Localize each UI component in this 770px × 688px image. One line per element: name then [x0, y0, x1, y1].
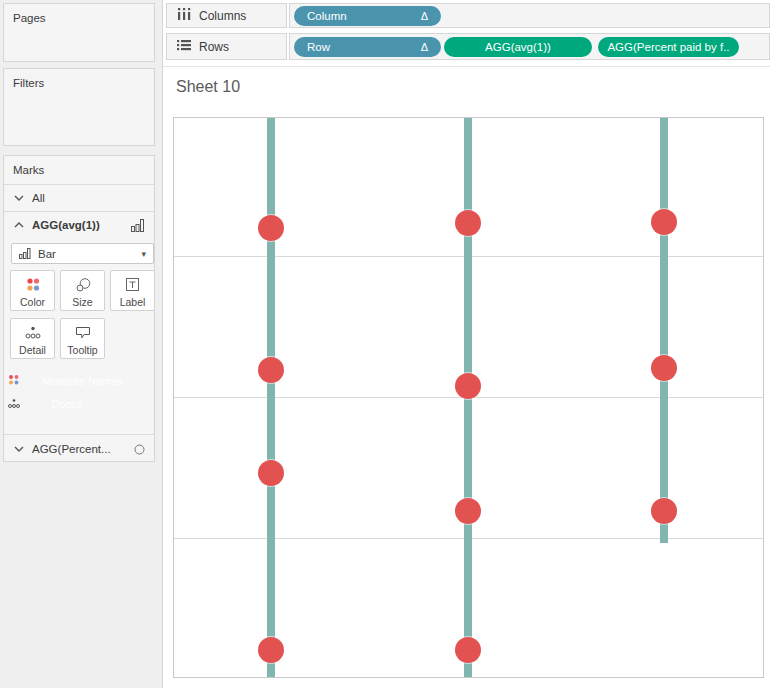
filters-shelf[interactable]: Filters: [3, 68, 155, 146]
pill-row[interactable]: Row Δ: [294, 37, 441, 57]
circle-mark[interactable]: [651, 209, 677, 235]
divider: [4, 434, 154, 435]
label-button[interactable]: Label: [110, 270, 155, 311]
pill-doctor-label: Doctor: [51, 398, 83, 410]
label-button-label: Label: [120, 296, 146, 308]
size-button[interactable]: Size: [60, 270, 105, 311]
bar-mark[interactable]: [267, 118, 275, 677]
circle-mark[interactable]: [455, 637, 481, 663]
pill-column[interactable]: Column Δ: [294, 6, 441, 26]
filters-shelf-title: Filters: [4, 69, 154, 89]
rows-shelf-text: Rows: [199, 40, 229, 54]
detail-button-label: Detail: [19, 344, 46, 356]
pill-measure-names-label: Measure Names: [42, 375, 123, 387]
rows-shelf[interactable]: Row Δ AGG(avg(1)) AGG(Percent paid by f.…: [289, 33, 770, 60]
circle-mark[interactable]: [258, 460, 284, 486]
pill-measure-names[interactable]: Measure Names: [21, 371, 144, 390]
bar-chart-icon: [19, 248, 31, 259]
circle-mark[interactable]: [258, 357, 284, 383]
circle-mark[interactable]: [258, 637, 284, 663]
table-calc-delta-icon: Δ: [421, 41, 428, 53]
chevron-down-icon: [14, 446, 24, 452]
circle-mark[interactable]: [455, 498, 481, 524]
circle-mark-icon: [134, 444, 145, 455]
pill-agg-avg[interactable]: AGG(avg(1)): [444, 37, 592, 57]
circle-mark[interactable]: [651, 498, 677, 524]
size-button-label: Size: [72, 296, 92, 308]
columns-shelf-text: Columns: [199, 9, 246, 23]
marks-card-agg-avg[interactable]: AGG(avg(1)): [4, 212, 154, 238]
rows-icon: [177, 39, 191, 54]
circle-mark[interactable]: [651, 355, 677, 381]
detail-icon: [8, 398, 20, 409]
pill-agg-percent[interactable]: AGG(Percent paid by f..: [598, 37, 739, 57]
rows-shelf-label: Rows: [166, 33, 287, 60]
bar-chart-icon: [131, 219, 145, 232]
columns-shelf[interactable]: Column Δ: [289, 3, 770, 28]
columns-icon: [177, 8, 191, 23]
marks-card-agg-avg-label: AGG(avg(1)): [32, 219, 100, 231]
tooltip-button-label: Tooltip: [67, 344, 97, 356]
pill-row-label: Row: [307, 41, 330, 53]
circle-mark[interactable]: [258, 215, 284, 241]
divider: [163, 66, 770, 67]
marks-card-all-label: All: [32, 192, 45, 204]
mark-type-value: Bar: [38, 248, 141, 260]
marks-card-all[interactable]: All: [4, 185, 154, 211]
color-button-label: Color: [20, 296, 45, 308]
color-button[interactable]: Color: [10, 270, 55, 311]
columns-shelf-label: Columns: [166, 3, 287, 28]
detail-icon: [25, 325, 41, 344]
circle-mark[interactable]: [455, 210, 481, 236]
marks-panel-title: Marks: [4, 156, 154, 176]
marks-panel: Marks All AGG(avg(1)): [3, 155, 155, 462]
plot-area[interactable]: [173, 117, 764, 678]
pill-column-label: Column: [307, 10, 347, 22]
color-icon: [25, 277, 41, 296]
sheet-title: Sheet 10: [176, 78, 240, 96]
tooltip-button[interactable]: Tooltip: [60, 318, 105, 359]
sidebar: Pages Filters Marks All AGG(avg(1)): [0, 0, 163, 688]
text-label-icon: [125, 277, 140, 296]
marks-card-agg-percent-label: AGG(Percent...: [32, 443, 111, 455]
chevron-down-icon[interactable]: ▾: [141, 249, 146, 259]
mark-type-dropdown[interactable]: Bar ▾: [11, 243, 154, 264]
tooltip-icon: [75, 325, 91, 344]
size-icon: [75, 277, 91, 296]
detail-button[interactable]: Detail: [10, 318, 55, 359]
circle-mark[interactable]: [455, 373, 481, 399]
chevron-down-icon: [14, 195, 24, 201]
bar-mark[interactable]: [660, 118, 668, 543]
pill-doctor[interactable]: Doctor: [21, 394, 114, 413]
marks-card-agg-percent[interactable]: AGG(Percent...: [4, 436, 154, 462]
chevron-up-icon: [14, 222, 24, 228]
pages-shelf-title: Pages: [4, 4, 154, 24]
tableau-window: Pages Filters Marks All AGG(avg(1)): [0, 0, 770, 688]
pill-agg-percent-label: AGG(Percent paid by f..: [607, 41, 729, 53]
color-icon: [8, 374, 20, 386]
table-calc-delta-icon: Δ: [421, 10, 428, 22]
pages-shelf[interactable]: Pages: [3, 3, 155, 62]
pill-agg-avg-label: AGG(avg(1)): [485, 41, 551, 53]
